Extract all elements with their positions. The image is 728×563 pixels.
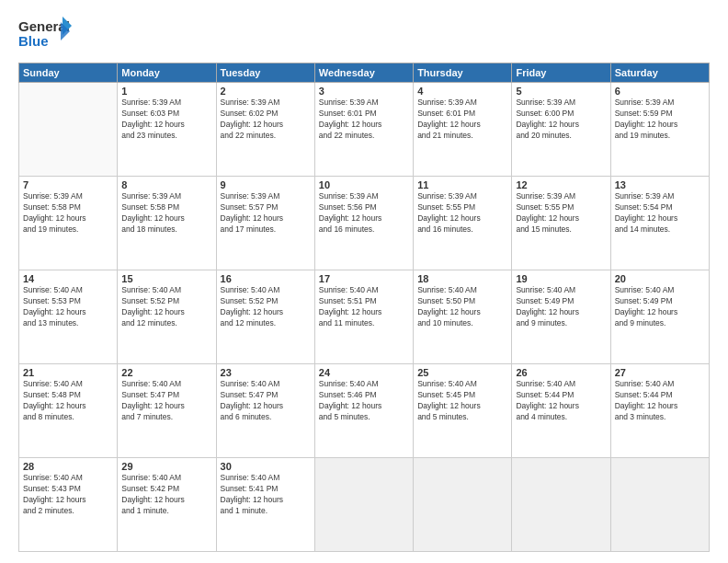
day-number: 4 — [417, 86, 507, 97]
day-number: 22 — [121, 367, 211, 378]
calendar-day-cell: 5Sunrise: 5:39 AM Sunset: 6:00 PM Daylig… — [512, 83, 610, 177]
day-number: 23 — [221, 367, 311, 378]
calendar-day-cell: 24Sunrise: 5:40 AM Sunset: 5:46 PM Dayli… — [314, 364, 413, 458]
day-number: 6 — [615, 86, 705, 97]
day-number: 29 — [121, 461, 211, 472]
day-info: Sunrise: 5:39 AM Sunset: 6:00 PM Dayligh… — [516, 98, 606, 142]
day-info: Sunrise: 5:39 AM Sunset: 5:57 PM Dayligh… — [221, 191, 311, 236]
weekday-header-wednesday: Wednesday — [314, 63, 413, 83]
day-info: Sunrise: 5:39 AM Sunset: 5:55 PM Dayligh… — [516, 191, 606, 236]
calendar-week-row: 14Sunrise: 5:40 AM Sunset: 5:53 PM Dayli… — [19, 270, 710, 364]
day-number: 21 — [23, 367, 113, 378]
day-info: Sunrise: 5:40 AM Sunset: 5:46 PM Dayligh… — [319, 379, 409, 423]
day-number: 2 — [221, 86, 311, 97]
calendar-day-cell: 11Sunrise: 5:39 AM Sunset: 5:55 PM Dayli… — [414, 177, 512, 270]
day-number: 17 — [319, 273, 409, 284]
calendar-week-row: 21Sunrise: 5:40 AM Sunset: 5:48 PM Dayli… — [19, 364, 710, 458]
day-info: Sunrise: 5:40 AM Sunset: 5:52 PM Dayligh… — [121, 285, 211, 329]
calendar-day-cell: 22Sunrise: 5:40 AM Sunset: 5:47 PM Dayli… — [118, 364, 216, 458]
day-info: Sunrise: 5:40 AM Sunset: 5:42 PM Dayligh… — [121, 473, 211, 517]
day-number: 24 — [319, 367, 409, 378]
day-info: Sunrise: 5:39 AM Sunset: 5:54 PM Dayligh… — [615, 191, 705, 236]
calendar-day-cell: 2Sunrise: 5:39 AM Sunset: 6:02 PM Daylig… — [216, 83, 314, 177]
day-info: Sunrise: 5:40 AM Sunset: 5:47 PM Dayligh… — [121, 379, 211, 423]
weekday-header-monday: Monday — [118, 63, 216, 83]
day-number: 8 — [121, 179, 211, 190]
calendar-day-cell: 19Sunrise: 5:40 AM Sunset: 5:49 PM Dayli… — [512, 270, 610, 364]
calendar-day-cell: 21Sunrise: 5:40 AM Sunset: 5:48 PM Dayli… — [19, 364, 118, 458]
page: GeneralBlue SundayMondayTuesdayWednesday… — [0, 0, 728, 563]
day-number: 10 — [319, 179, 409, 190]
calendar-day-cell — [610, 458, 709, 552]
header: GeneralBlue — [18, 15, 710, 55]
day-number: 12 — [516, 179, 606, 190]
day-info: Sunrise: 5:39 AM Sunset: 6:01 PM Dayligh… — [417, 98, 507, 142]
calendar-day-cell: 9Sunrise: 5:39 AM Sunset: 5:57 PM Daylig… — [216, 177, 314, 270]
day-number: 30 — [221, 461, 311, 472]
day-info: Sunrise: 5:39 AM Sunset: 5:58 PM Dayligh… — [23, 191, 113, 236]
calendar-day-cell: 30Sunrise: 5:40 AM Sunset: 5:41 PM Dayli… — [216, 458, 314, 552]
weekday-header-thursday: Thursday — [414, 63, 512, 83]
day-info: Sunrise: 5:40 AM Sunset: 5:50 PM Dayligh… — [417, 285, 507, 329]
day-info: Sunrise: 5:39 AM Sunset: 6:01 PM Dayligh… — [319, 98, 409, 142]
weekday-header-tuesday: Tuesday — [216, 63, 314, 83]
day-info: Sunrise: 5:39 AM Sunset: 5:58 PM Dayligh… — [121, 191, 211, 236]
day-number: 11 — [417, 179, 507, 190]
day-info: Sunrise: 5:39 AM Sunset: 5:56 PM Dayligh… — [319, 191, 409, 236]
calendar-day-cell: 1Sunrise: 5:39 AM Sunset: 6:03 PM Daylig… — [118, 83, 216, 177]
calendar-day-cell: 12Sunrise: 5:39 AM Sunset: 5:55 PM Dayli… — [512, 177, 610, 270]
day-number: 25 — [417, 367, 507, 378]
calendar-day-cell: 10Sunrise: 5:39 AM Sunset: 5:56 PM Dayli… — [314, 177, 413, 270]
day-number: 28 — [23, 461, 113, 472]
day-info: Sunrise: 5:40 AM Sunset: 5:48 PM Dayligh… — [23, 379, 113, 423]
calendar-day-cell: 28Sunrise: 5:40 AM Sunset: 5:43 PM Dayli… — [19, 458, 118, 552]
calendar-day-cell: 26Sunrise: 5:40 AM Sunset: 5:44 PM Dayli… — [512, 364, 610, 458]
svg-text:Blue: Blue — [18, 33, 49, 49]
day-info: Sunrise: 5:40 AM Sunset: 5:52 PM Dayligh… — [221, 285, 311, 329]
calendar-week-row: 1Sunrise: 5:39 AM Sunset: 6:03 PM Daylig… — [19, 83, 710, 177]
calendar-day-cell: 15Sunrise: 5:40 AM Sunset: 5:52 PM Dayli… — [118, 270, 216, 364]
day-info: Sunrise: 5:40 AM Sunset: 5:51 PM Dayligh… — [319, 285, 409, 329]
calendar-day-cell: 25Sunrise: 5:40 AM Sunset: 5:45 PM Dayli… — [414, 364, 512, 458]
day-info: Sunrise: 5:40 AM Sunset: 5:44 PM Dayligh… — [516, 379, 606, 423]
day-number: 16 — [221, 273, 311, 284]
day-info: Sunrise: 5:40 AM Sunset: 5:53 PM Dayligh… — [23, 285, 113, 329]
calendar-day-cell: 13Sunrise: 5:39 AM Sunset: 5:54 PM Dayli… — [610, 177, 709, 270]
weekday-header-friday: Friday — [512, 63, 610, 83]
calendar-day-cell: 4Sunrise: 5:39 AM Sunset: 6:01 PM Daylig… — [414, 83, 512, 177]
day-number: 13 — [615, 179, 705, 190]
calendar-day-cell: 7Sunrise: 5:39 AM Sunset: 5:58 PM Daylig… — [19, 177, 118, 270]
day-info: Sunrise: 5:39 AM Sunset: 6:02 PM Dayligh… — [221, 98, 311, 142]
day-info: Sunrise: 5:40 AM Sunset: 5:44 PM Dayligh… — [615, 379, 705, 423]
weekday-header-sunday: Sunday — [19, 63, 118, 83]
calendar-day-cell: 29Sunrise: 5:40 AM Sunset: 5:42 PM Dayli… — [118, 458, 216, 552]
weekday-header-saturday: Saturday — [610, 63, 709, 83]
logo-svg: GeneralBlue — [18, 15, 74, 55]
day-info: Sunrise: 5:40 AM Sunset: 5:49 PM Dayligh… — [615, 285, 705, 329]
day-info: Sunrise: 5:40 AM Sunset: 5:45 PM Dayligh… — [417, 379, 507, 423]
day-number: 9 — [221, 179, 311, 190]
day-number: 27 — [615, 367, 705, 378]
day-number: 26 — [516, 367, 606, 378]
calendar-day-cell: 18Sunrise: 5:40 AM Sunset: 5:50 PM Dayli… — [414, 270, 512, 364]
day-info: Sunrise: 5:40 AM Sunset: 5:49 PM Dayligh… — [516, 285, 606, 329]
calendar-day-cell — [19, 83, 118, 177]
calendar-day-cell: 20Sunrise: 5:40 AM Sunset: 5:49 PM Dayli… — [610, 270, 709, 364]
calendar-day-cell: 17Sunrise: 5:40 AM Sunset: 5:51 PM Dayli… — [314, 270, 413, 364]
calendar-day-cell: 6Sunrise: 5:39 AM Sunset: 5:59 PM Daylig… — [610, 83, 709, 177]
day-number: 20 — [615, 273, 705, 284]
day-info: Sunrise: 5:40 AM Sunset: 5:47 PM Dayligh… — [221, 379, 311, 423]
day-number: 7 — [23, 179, 113, 190]
day-number: 3 — [319, 86, 409, 97]
calendar-day-cell — [512, 458, 610, 552]
day-number: 18 — [417, 273, 507, 284]
day-number: 5 — [516, 86, 606, 97]
day-info: Sunrise: 5:39 AM Sunset: 5:59 PM Dayligh… — [615, 98, 705, 142]
calendar-week-row: 28Sunrise: 5:40 AM Sunset: 5:43 PM Dayli… — [19, 458, 710, 552]
calendar-day-cell: 16Sunrise: 5:40 AM Sunset: 5:52 PM Dayli… — [216, 270, 314, 364]
calendar-day-cell — [414, 458, 512, 552]
weekday-header-row: SundayMondayTuesdayWednesdayThursdayFrid… — [19, 63, 710, 83]
calendar-day-cell — [314, 458, 413, 552]
calendar-day-cell: 8Sunrise: 5:39 AM Sunset: 5:58 PM Daylig… — [118, 177, 216, 270]
day-number: 15 — [121, 273, 211, 284]
